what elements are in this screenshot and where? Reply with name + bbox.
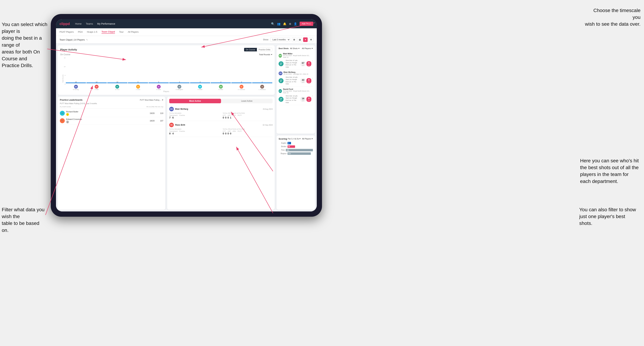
shot-row-1[interactable]: BM Blair McHarg 23 Jul 2023 · Ashridge G… [278,70,313,86]
timeframe-select[interactable]: Last 3 months Last 6 months Last year [270,37,290,42]
most-active-tab[interactable]: Most Active [169,99,221,103]
bar-item-1: 12 [86,81,106,83]
card-title: Player Activity [60,48,77,51]
shot-badge-1: 200 SG [278,78,284,83]
tab-allplayers[interactable]: All Players [128,30,138,33]
lb-title: Practice Leaderboards [60,99,82,101]
tab-teamclippd[interactable]: Team Clippd [102,30,115,34]
lb-chevron-icon [162,100,163,100]
avatar-5: GB [178,85,181,89]
main-content: Player Activity On Course Practice Drill… [56,43,317,211]
bar-item-6: 3 [190,81,210,83]
right-panel: Best Shots All Shots All Players [276,45,315,210]
x-label-1: R. Britt [86,89,106,90]
add-icon[interactable]: ⊕ [289,22,291,25]
shot-badge-2: 198 SG [278,97,284,102]
avatar-1: RB [95,85,98,89]
avatar-7: MM [219,85,223,89]
best-shots-card: Best Shots All Shots All Players [276,45,315,134]
bar-chart-area: 15 10 5 0 Total Rounds 13 [60,57,272,90]
scoring-players-chevron-icon [312,138,313,139]
chevron-down-icon [271,54,272,55]
avatar-8: EC [240,85,244,89]
view-settings-icon[interactable]: ⚙ [309,37,313,42]
shot-metrics-2: 16 yds 0 yds [300,97,311,102]
activity-row-1: RB Rees Britt 02 Sep 2023 Total Rounds T… [169,121,273,137]
shot-details-2: Shot Dist: 16 yds Start Lie: Rough End L… [286,95,299,104]
tab-hcaps[interactable]: Hcaps 1-5 [87,30,97,33]
x-label-6: R. Butler [190,89,210,90]
avatar-9: LR [260,85,264,89]
course-toggle-group: On Course Practice Drills [244,48,272,51]
x-label-2: D. Ford [107,89,128,90]
shot-badge-0: 200 SG [278,61,284,66]
edit-icon[interactable]: ✎ [86,39,88,41]
leaderboard-card: Practice Leaderboards PUTT Must Make Put… [58,97,166,210]
scoring-filter-pars[interactable]: Par 3, 4 & 5s [288,138,301,140]
activity-stats-0: Total Rounds Tournament Practice 7 6 [169,112,273,119]
scoring-par-chevron-icon [299,138,301,139]
profile-icon[interactable]: 👤 [294,22,297,25]
x-label-7: M. Miller [211,89,231,90]
scoring-card: Scoring Par 3, 4 & 5s All Players [276,135,315,210]
bell-icon[interactable]: 🔔 [283,22,286,25]
y-axis-title: Total Rounds [62,74,64,83]
x-label-4: E. Ebert [148,89,169,90]
tab-pgat[interactable]: PGAT Players [60,30,74,33]
activity-header: Most Active Least Active [169,99,273,103]
tab-tour[interactable]: Tour [119,30,124,33]
best-shots-filter[interactable]: Best Shots [278,47,288,49]
x-label-3: J. Coles [128,89,148,90]
all-shots-filter[interactable]: All Shots [290,47,300,49]
shot-row-0[interactable]: MM Matt Miller 09 Jun 2023 · Royal North… [278,51,313,70]
shot-row-2[interactable]: DF David Ford 24 Aug 2023 · Royal North … [278,87,313,105]
nav-icons: 🔍 👥 🔔 ⊕ 👤 Add Team [271,22,313,26]
practice-drills-btn[interactable]: Practice Drills [257,48,272,51]
lb-rank-1: 2 [66,121,69,123]
player-activity-card: Player Activity On Course Practice Drill… [58,45,275,95]
top-nav: clippd Home Teams My Performance 🔍 👥 🔔 ⊕… [56,19,317,28]
least-active-tab[interactable]: Least Active [221,99,273,103]
x-label-8: E. Crossman [231,89,252,90]
nav-link-home[interactable]: Home [75,22,82,25]
bar-item-2: 10 [107,81,128,83]
avatar-0: BM [74,85,78,89]
nav-link-myperformance[interactable]: My Performance [97,22,115,25]
shot-chevron-1-icon: › [312,77,313,79]
nav-logo: clippd [60,22,70,26]
add-team-button[interactable]: Add Team [300,22,313,26]
bar-item-4: 5 [148,81,169,83]
bar-item-3: 9 [128,81,148,83]
annotation-3: Filter what data you wish thetable to be… [2,206,47,234]
people-icon[interactable]: 👥 [277,22,280,25]
x-axis-title: Players [60,91,272,92]
card-header: Player Activity On Course Practice Drill… [60,48,272,51]
all-players-select[interactable]: All Players [302,47,313,49]
scoring-bar-pars: Pars 499 [278,149,313,151]
leaderboard-row-0[interactable]: RB Richard Butler 1 19/20 110 [60,110,163,117]
shot-metrics-1: 43 yds 0 yds [300,78,311,83]
shot-avatar-2: DF [278,89,282,93]
search-icon[interactable]: 🔍 [271,22,274,25]
nav-link-teams[interactable]: Teams [86,22,93,25]
view-list-icon[interactable]: ▤ [298,37,302,42]
on-course-btn[interactable]: On Course [244,48,257,51]
view-chart-icon[interactable]: ♥ [303,37,308,42]
left-panel: Player Activity On Course Practice Drill… [58,45,275,210]
view-grid-icon[interactable]: ⊞ [292,37,296,42]
leaderboard-row-1[interactable]: EC Edward Crossman 2 18/20 107 [60,117,163,125]
lb-filter[interactable]: PUTT Must Make Putting ... [140,99,163,101]
chart-section-header: On Course Total Rounds [60,53,272,56]
tablet-shell: clippd Home Teams My Performance 🔍 👥 🔔 ⊕… [51,14,322,217]
bar-item-0: 13 [66,81,86,83]
avatar-4: EE [157,85,161,89]
activity-avatar-0: BM [169,107,174,111]
tab-pga[interactable]: PGA [78,30,82,33]
chart-filter-dropdown[interactable]: Total Rounds [259,53,272,56]
scoring-filter-players[interactable]: All Players [302,138,313,140]
shot-chevron-0-icon: › [312,59,313,62]
bar-item-5: 4 [169,81,189,83]
tablet-screen: clippd Home Teams My Performance 🔍 👥 🔔 ⊕… [56,19,317,211]
lb-avatar-0: RB [60,111,65,116]
shot-details-0: Shot Dist: 67 yds Start Lie: Rough End L… [286,59,299,68]
